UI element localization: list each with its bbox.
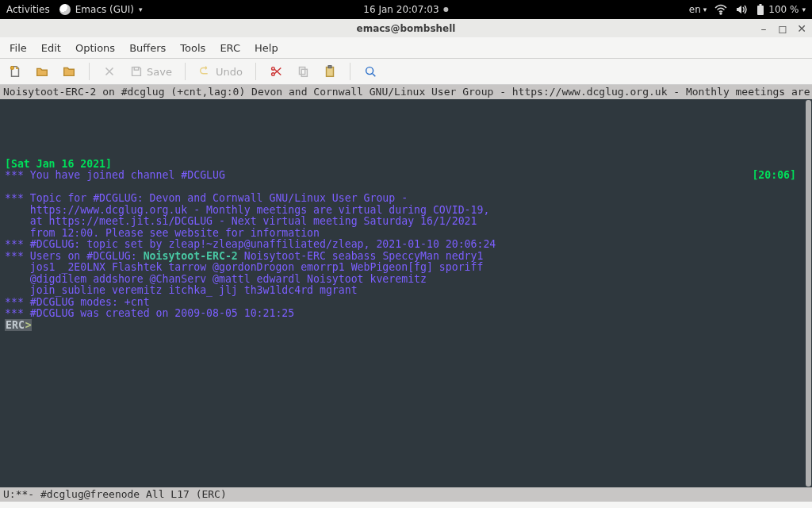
- erc-topic-set-line: *** #DCGLUG: topic set by zleap!~zleap@u…: [5, 238, 496, 250]
- erc-header-line: Noisytoot-ERC-2 on #dcglug (+cnt,lag:0) …: [0, 85, 812, 99]
- erc-join-line: *** You have joined channel #DCGLUG[20:0…: [5, 170, 807, 182]
- toolbar: Save Undo: [0, 59, 812, 85]
- search-icon: [363, 64, 377, 79]
- menu-erc[interactable]: ERC: [220, 42, 240, 54]
- erc-modes-line: *** #DCGLUG modes: +cnt: [5, 296, 150, 308]
- svg-point-11: [366, 67, 373, 75]
- open-folder-button[interactable]: [59, 63, 79, 80]
- svg-rect-9: [326, 67, 333, 77]
- erc-topic-line: https://www.dcglug.org.uk - Monthly meet…: [5, 204, 489, 216]
- battery-icon: [756, 3, 765, 16]
- emacs-app-icon: [59, 4, 71, 15]
- window-titlebar: emacs@bombshell – ◻ ✕: [0, 19, 812, 37]
- gnome-topbar: Activities Emacs (GUI) ▾ 16 Jan 20:07:03…: [0, 0, 812, 19]
- cut-button[interactable]: [266, 63, 286, 80]
- erc-topic-line: at https://meet.jit.si/DCGLUG - Next vir…: [5, 215, 477, 227]
- minimize-button[interactable]: –: [758, 23, 769, 34]
- menu-help[interactable]: Help: [255, 42, 278, 54]
- svg-rect-8: [301, 69, 307, 76]
- toolbar-separator: [255, 63, 256, 80]
- search-button[interactable]: [360, 63, 381, 80]
- svg-point-5: [271, 73, 274, 76]
- maximize-button[interactable]: ◻: [777, 23, 788, 34]
- svg-point-0: [720, 13, 722, 14]
- erc-timestamp: [20:06]: [752, 170, 796, 182]
- emacs-mode-line: U:**- #dcglug@freenode All L17 (ERC): [0, 487, 812, 502]
- erc-users-line: join_subline veremitz itchka_ jlj th3w1l…: [5, 284, 358, 296]
- erc-buffer[interactable]: [Sat Jan 16 2021] *** You have joined ch…: [0, 99, 812, 487]
- menu-tools[interactable]: Tools: [180, 42, 205, 54]
- copy-icon: [296, 64, 310, 79]
- floppy-icon: [129, 64, 144, 79]
- x-icon: [102, 64, 117, 79]
- app-name-label: Emacs (GUI): [75, 4, 134, 15]
- clock-label[interactable]: 16 Jan 20:07:03: [363, 4, 439, 15]
- erc-topic-line: from 12:00. Please see website for infor…: [5, 227, 320, 239]
- erc-users-line: @digdilem addshore @ChanServ @mattl edwa…: [5, 273, 427, 285]
- window-title: emacs@bombshell: [357, 23, 456, 34]
- minibuffer[interactable]: [0, 502, 812, 508]
- svg-point-3: [11, 67, 14, 70]
- chevron-down-icon: ▾: [139, 6, 143, 13]
- folder-open-icon: [35, 64, 49, 79]
- svg-point-6: [271, 67, 274, 71]
- empty-line: [5, 135, 11, 147]
- menubar: File Edit Options Buffers Tools ERC Help: [0, 37, 812, 59]
- new-file-icon: [8, 64, 22, 79]
- erc-prompt[interactable]: ERC>: [5, 319, 32, 331]
- notification-dot-icon: [444, 7, 449, 12]
- menu-options[interactable]: Options: [75, 42, 115, 54]
- menu-buffers[interactable]: Buffers: [129, 42, 166, 54]
- lang-indicator[interactable]: en▾: [689, 4, 707, 15]
- erc-self-nick: Noisytoot-ERC-2: [144, 250, 238, 262]
- scrollbar[interactable]: [806, 100, 811, 487]
- undo-button: Undo: [195, 63, 246, 80]
- svg-rect-1: [757, 6, 764, 15]
- erc-date-header: [Sat Jan 16 2021]: [5, 158, 112, 170]
- toolbar-separator: [89, 63, 90, 80]
- erc-created-line: *** #DCGLUG was created on 2009-08-05 10…: [5, 307, 294, 319]
- svg-rect-10: [328, 66, 331, 68]
- wifi-icon[interactable]: [714, 4, 727, 15]
- empty-line: [5, 123, 11, 135]
- volume-icon[interactable]: [735, 4, 748, 15]
- new-file-button[interactable]: [5, 63, 25, 80]
- toolbar-separator: [350, 63, 350, 80]
- svg-rect-7: [299, 67, 304, 75]
- save-button: Save: [126, 63, 175, 80]
- clipboard-icon: [323, 64, 337, 79]
- battery-indicator[interactable]: 100 % ▾: [756, 3, 806, 16]
- menu-file[interactable]: File: [10, 42, 27, 54]
- toolbar-separator: [185, 63, 186, 80]
- erc-users-line: jos1 _2E0LNX Flashtek tarrow @gordonDrog…: [5, 261, 483, 273]
- activities-button[interactable]: Activities: [6, 4, 50, 15]
- erc-topic-line: *** Topic for #DCGLUG: Devon and Cornwal…: [5, 192, 408, 204]
- erc-users-line: *** Users on #DCGLUG: Noisytoot-ERC-2 No…: [5, 250, 483, 262]
- close-button[interactable]: ✕: [796, 23, 807, 34]
- svg-rect-2: [760, 4, 762, 6]
- menu-edit[interactable]: Edit: [41, 42, 61, 54]
- copy-button: [293, 63, 313, 80]
- empty-line: [5, 146, 11, 158]
- folder-icon: [62, 64, 76, 79]
- scissors-icon: [269, 64, 283, 79]
- svg-rect-4: [134, 67, 138, 71]
- cancel-button: [99, 63, 120, 80]
- app-menu[interactable]: Emacs (GUI) ▾: [59, 4, 143, 15]
- open-button[interactable]: [32, 63, 52, 80]
- undo-label: Undo: [216, 66, 243, 78]
- undo-arrow-icon: [198, 64, 213, 79]
- paste-button[interactable]: [320, 63, 340, 80]
- save-label: Save: [147, 66, 172, 78]
